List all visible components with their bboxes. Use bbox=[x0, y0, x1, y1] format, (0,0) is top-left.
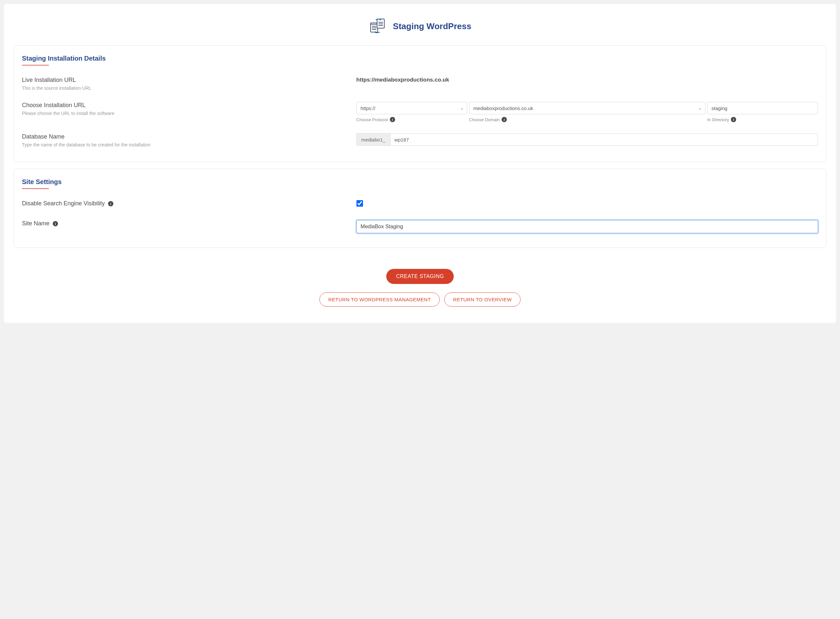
directory-input[interactable] bbox=[707, 102, 818, 114]
live-url-value: https://mediaboxproductions.co.uk bbox=[356, 77, 818, 83]
live-url-row: Live Installation URL This is the source… bbox=[22, 77, 818, 91]
chevron-down-icon: ⌄ bbox=[460, 106, 464, 111]
db-name-row: Database Name Type the name of the datab… bbox=[22, 133, 818, 147]
return-wp-management-button[interactable]: RETURN TO WORDPRESS MANAGEMENT bbox=[319, 293, 440, 307]
choose-url-help: Please choose the URL to install the sof… bbox=[22, 111, 350, 116]
directory-sublabel: In Directory bbox=[707, 117, 729, 122]
protocol-sublabel: Choose Protocol bbox=[356, 117, 388, 122]
info-icon[interactable]: i bbox=[731, 117, 736, 122]
panel-title-staging: Staging Installation Details bbox=[22, 55, 818, 62]
info-icon[interactable]: i bbox=[53, 221, 58, 226]
panel-underline bbox=[22, 188, 49, 189]
domain-sublabel: Choose Domain bbox=[469, 117, 500, 122]
page-title: Staging WordPress bbox=[393, 21, 471, 31]
panel-underline bbox=[22, 65, 49, 66]
site-settings-panel: Site Settings Disable Search Engine Visi… bbox=[14, 169, 826, 248]
info-icon[interactable]: i bbox=[390, 117, 395, 122]
protocol-value: https:// bbox=[361, 105, 376, 111]
actions-container: CREATE STAGING RETURN TO WORDPRESS MANAG… bbox=[14, 269, 826, 307]
disable-seo-label: Disable Search Engine Visibility bbox=[22, 200, 105, 207]
info-icon[interactable]: i bbox=[502, 117, 507, 122]
site-name-label: Site Name bbox=[22, 220, 49, 227]
panel-title-site-settings: Site Settings bbox=[22, 178, 818, 186]
info-icon[interactable]: i bbox=[108, 201, 113, 206]
site-name-row: Site Name i bbox=[22, 220, 818, 233]
staging-details-panel: Staging Installation Details Live Instal… bbox=[14, 45, 826, 162]
live-url-label: Live Installation URL bbox=[22, 77, 350, 84]
disable-seo-row: Disable Search Engine Visibility i bbox=[22, 200, 818, 209]
db-name-help: Type the name of the database to be crea… bbox=[22, 142, 350, 147]
db-name-input[interactable] bbox=[390, 133, 818, 146]
chevron-down-icon: ⌄ bbox=[698, 106, 702, 111]
live-url-help: This is the source installation URL bbox=[22, 85, 350, 91]
create-staging-button[interactable]: CREATE STAGING bbox=[386, 269, 454, 284]
page-container: Staging WordPress Staging Installation D… bbox=[4, 4, 836, 323]
db-name-label: Database Name bbox=[22, 133, 350, 140]
domain-value: mediaboxproductions.co.uk bbox=[473, 105, 533, 111]
return-overview-button[interactable]: RETURN TO OVERVIEW bbox=[444, 293, 521, 307]
protocol-select[interactable]: https:// ⌄ bbox=[356, 102, 467, 114]
db-prefix: mediabo1_ bbox=[356, 133, 390, 146]
domain-select[interactable]: mediaboxproductions.co.uk ⌄ bbox=[469, 102, 705, 114]
site-name-input[interactable] bbox=[356, 220, 818, 233]
staging-icon bbox=[368, 17, 387, 35]
choose-url-row: Choose Installation URL Please choose th… bbox=[22, 102, 818, 122]
page-header: Staging WordPress bbox=[14, 17, 826, 35]
choose-url-label: Choose Installation URL bbox=[22, 102, 350, 109]
disable-seo-checkbox[interactable] bbox=[356, 200, 363, 207]
